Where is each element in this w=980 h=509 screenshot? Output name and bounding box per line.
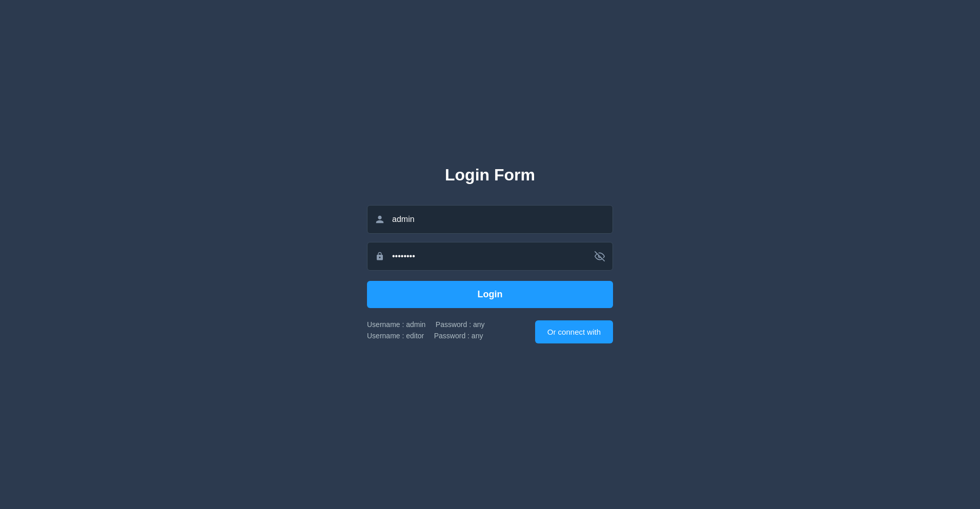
login-container: Login Form Login Username : admin bbox=[367, 166, 613, 343]
hints-text: Username : admin Password : any Username… bbox=[367, 320, 527, 340]
hint-2-username: Username : editor bbox=[367, 332, 424, 340]
username-input[interactable] bbox=[367, 205, 613, 234]
login-button[interactable]: Login bbox=[367, 281, 613, 308]
page-title: Login Form bbox=[445, 166, 535, 185]
or-connect-button[interactable]: Or connect with bbox=[535, 320, 613, 343]
hint-line-1: Username : admin Password : any bbox=[367, 320, 527, 329]
hints-row: Username : admin Password : any Username… bbox=[367, 320, 613, 343]
lock-icon bbox=[375, 252, 384, 261]
hint-2-password: Password : any bbox=[434, 332, 483, 340]
password-input-group bbox=[367, 242, 613, 271]
user-icon bbox=[375, 215, 384, 224]
eye-slash-icon[interactable] bbox=[595, 251, 605, 261]
hint-1-username: Username : admin bbox=[367, 320, 425, 329]
username-input-group bbox=[367, 205, 613, 234]
hint-1-password: Password : any bbox=[436, 320, 485, 329]
hint-line-2: Username : editor Password : any bbox=[367, 332, 527, 340]
password-input[interactable] bbox=[367, 242, 613, 271]
